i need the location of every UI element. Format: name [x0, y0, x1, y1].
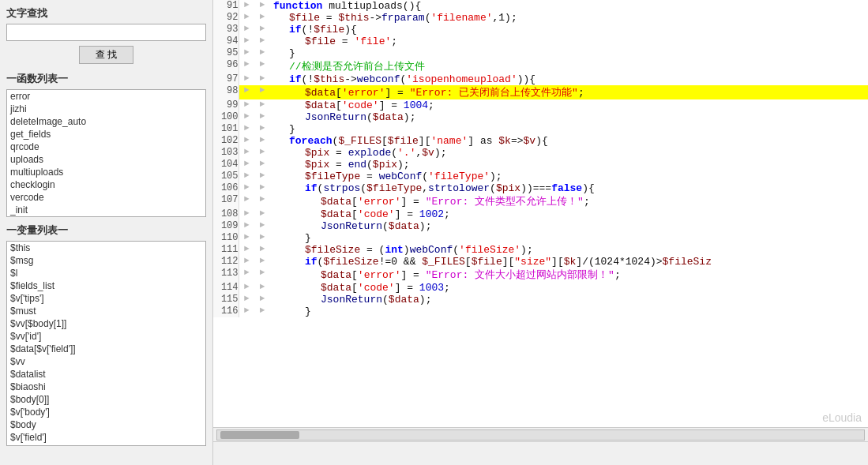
line-arrow: ► — [239, 85, 254, 99]
var-list-item[interactable]: $l — [7, 267, 205, 279]
line-number: 98 — [213, 85, 239, 99]
horizontal-scrollbar[interactable] — [216, 429, 865, 441]
function-list-item[interactable]: uploads — [7, 153, 205, 166]
var-list-item[interactable]: $body[0]] — [7, 393, 205, 406]
var-list: $this$msg$l$fields_list$v['tips']$must$v… — [6, 241, 206, 446]
line-arrow: ► — [239, 111, 254, 123]
line-code: $data['code'] = 1002; — [270, 208, 868, 220]
table-row: 111►►$fileSize = (int)webConf('fileSize'… — [213, 244, 868, 256]
var-list-item[interactable]: $msg — [7, 254, 205, 267]
var-list-item[interactable]: $must — [7, 305, 205, 317]
line-number: 111 — [213, 244, 239, 256]
table-row: 103►►$pix = explode('.',$v); — [213, 147, 868, 159]
function-list-title: 一函数列表一 — [6, 72, 206, 86]
var-list-item[interactable]: $body — [7, 418, 205, 431]
line-code: JsonReturn($data); — [270, 220, 868, 232]
line-code: JsonReturn($data); — [270, 294, 868, 306]
watermark: eLoudia — [822, 411, 862, 424]
line-arrow2: ► — [254, 171, 270, 182]
line-arrow2: ► — [254, 36, 270, 47]
table-row: 99►►$data['code'] = 1004; — [213, 99, 868, 111]
line-arrow: ► — [239, 306, 254, 317]
line-arrow: ► — [239, 36, 254, 47]
function-list-item[interactable]: checklogin — [7, 178, 205, 191]
line-arrow: ► — [239, 147, 254, 159]
line-arrow: ► — [239, 294, 254, 306]
line-code: if(strpos($fileType,strtolower($pix))===… — [270, 182, 868, 194]
line-number: 100 — [213, 111, 239, 123]
line-code: JsonReturn($data); — [270, 111, 868, 123]
table-row: 115►►JsonReturn($data); — [213, 294, 868, 306]
var-list-item[interactable]: $data[$v['field']] — [7, 343, 205, 355]
line-number: 116 — [213, 306, 239, 317]
line-code: if(!$file){ — [270, 24, 868, 36]
line-code: } — [270, 306, 868, 317]
line-arrow2: ► — [254, 306, 270, 317]
line-number: 91 — [213, 0, 239, 12]
line-arrow2: ► — [254, 208, 270, 220]
line-arrow2: ► — [254, 220, 270, 232]
function-list-item[interactable]: get_fields — [7, 128, 205, 141]
search-button[interactable]: 查 找 — [79, 46, 133, 64]
line-arrow: ► — [239, 0, 254, 12]
table-row: 95►►} — [213, 47, 868, 59]
line-code: foreach($_FILES[$file]['name'] as $k=>$v… — [270, 135, 868, 147]
line-number: 94 — [213, 36, 239, 47]
var-list-item[interactable]: $v['field'] — [7, 431, 205, 444]
var-list-item[interactable]: $vv['id'] — [7, 330, 205, 343]
line-number: 114 — [213, 282, 239, 294]
table-row: 113►►$data['error'] = "Error: 文件大小超过网站内部… — [213, 268, 868, 282]
var-list-title: 一变量列表一 — [6, 223, 206, 238]
function-list-item[interactable]: multiuploads — [7, 166, 205, 178]
var-list-item[interactable]: $datalist — [7, 368, 205, 381]
line-code: if(!$this->webconf('isopenhomeupload')){ — [270, 73, 868, 85]
line-arrow2: ► — [254, 194, 270, 208]
code-scroll-area[interactable]: 91►►function multiuploads(){92►►$file = … — [213, 0, 868, 427]
line-number: 102 — [213, 135, 239, 147]
var-list-item[interactable]: $fields_list — [7, 279, 205, 292]
line-code: $file = $this->frparam('filename',1); — [270, 12, 868, 24]
line-code: function multiuploads(){ — [270, 0, 868, 12]
line-arrow: ► — [239, 24, 254, 36]
line-arrow: ► — [239, 59, 254, 73]
var-list-item[interactable]: $vv — [7, 355, 205, 368]
var-list-item[interactable]: $vv[$body[1]] — [7, 317, 205, 330]
var-list-item[interactable]: $v['tips'] — [7, 292, 205, 305]
function-list-item[interactable]: _init — [7, 204, 205, 216]
table-row: 112►►if($fileSize!=0 && $_FILES[$file]["… — [213, 256, 868, 268]
function-list-item[interactable]: error — [7, 90, 205, 103]
var-list-item[interactable]: $v['fieldname'] — [7, 444, 205, 446]
line-number: 115 — [213, 294, 239, 306]
line-arrow: ► — [239, 244, 254, 256]
line-arrow: ► — [239, 256, 254, 268]
function-list-item[interactable]: vercode — [7, 191, 205, 204]
line-arrow: ► — [239, 208, 254, 220]
line-arrow2: ► — [254, 0, 270, 12]
line-arrow: ► — [239, 99, 254, 111]
table-row: 94►►$file = 'file'; — [213, 36, 868, 47]
line-code: } — [270, 232, 868, 244]
var-list-item[interactable]: $biaoshi — [7, 381, 205, 393]
code-panel: 91►►function multiuploads(){92►►$file = … — [213, 0, 868, 465]
var-list-item[interactable]: $v['body'] — [7, 406, 205, 418]
scrollbar-thumb[interactable] — [220, 431, 299, 439]
line-arrow: ► — [239, 135, 254, 147]
line-number: 112 — [213, 256, 239, 268]
table-row: 105►►$fileType = webConf('fileType'); — [213, 171, 868, 182]
line-number: 97 — [213, 73, 239, 85]
line-number: 108 — [213, 208, 239, 220]
var-list-item[interactable]: $this — [7, 242, 205, 254]
line-arrow2: ► — [254, 59, 270, 73]
table-row: 98►►$data['error'] = "Error: 已关闭前台上传文件功能… — [213, 85, 868, 99]
function-list-item[interactable]: jizhi — [7, 103, 205, 115]
table-row: 107►►$data['error'] = "Error: 文件类型不允许上传！… — [213, 194, 868, 208]
line-arrow: ► — [239, 12, 254, 24]
line-code: $data['code'] = 1003; — [270, 282, 868, 294]
line-code: if($fileSize!=0 && $_FILES[$file]["size"… — [270, 256, 868, 268]
line-number: 101 — [213, 123, 239, 135]
line-arrow2: ► — [254, 147, 270, 159]
function-list-item[interactable]: qrcode — [7, 141, 205, 153]
line-arrow2: ► — [254, 232, 270, 244]
search-input[interactable] — [6, 24, 206, 41]
function-list-item[interactable]: deleteImage_auto — [7, 115, 205, 128]
